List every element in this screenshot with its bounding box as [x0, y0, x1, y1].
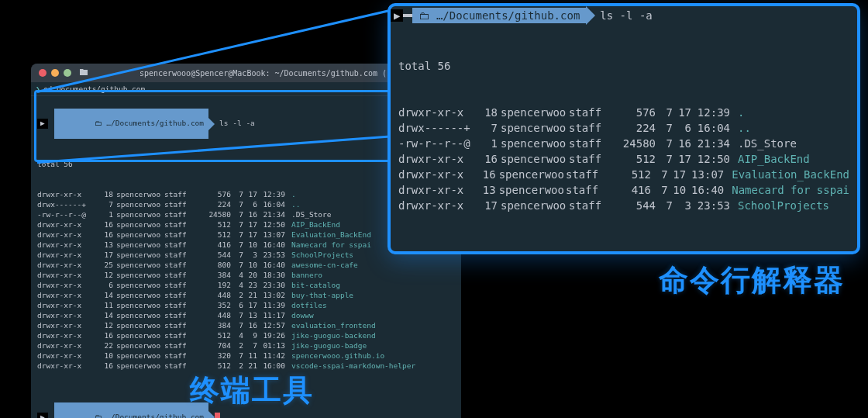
annotation-shell-interpreter: 命令行解释器: [659, 261, 845, 300]
close-icon[interactable]: [39, 69, 46, 77]
prompt-chevron-icon: ▶: [391, 9, 403, 22]
list-item: drwxr-xr-x14spencerwoostaff44871311:17do…: [37, 311, 455, 321]
list-item: drwxr-xr-x16spencerwoostaff5124919:26jik…: [37, 331, 455, 341]
folder-icon: 🗀: [95, 413, 107, 418]
prompt-chevron-icon: ▶: [37, 119, 48, 129]
list-item: -rw-r--r--@1spencerwoostaff2458071621:34…: [398, 136, 849, 151]
prompt-chevron-icon: ▶: [37, 413, 48, 418]
list-item: drwxr-xr-x12spencerwoostaff38442018:30ba…: [37, 271, 455, 281]
list-item: drwxr-xr-x16spencerwoostaff51271713:07Ev…: [398, 167, 849, 182]
ls-total: total 56: [398, 58, 849, 74]
powerline-arrow-icon: [208, 411, 215, 418]
list-item: drwxr-xr-x13spencerwoostaff41671016:40Na…: [398, 182, 849, 198]
zoom-icon[interactable]: [64, 69, 71, 77]
command-text: ls -l -a: [600, 9, 652, 22]
prompt-line: ▶ 🗀 …/Documents/github.com ls -l -a: [391, 6, 857, 25]
prompt-path: 🗀 …/Documents/github.com: [54, 109, 208, 138]
list-item: drwxr-xr-x16spencerwoostaff51222116:00vs…: [37, 361, 455, 371]
zoom-inset: ▶ 🗀 …/Documents/github.com ls -l -a tota…: [388, 3, 860, 254]
list-item: drwxr-xr-x16spencerwoostaff51271712:50AI…: [398, 151, 849, 167]
list-item: drwx------+7spencerwoostaff2247616:04..: [398, 120, 849, 136]
powerline-arrow-icon: [586, 6, 595, 25]
annotation-terminal-tool: 终端工具: [190, 371, 314, 410]
command-text: ls -l -a: [219, 119, 255, 129]
list-item: drwxr-xr-x12spencerwoostaff38471612:57ev…: [37, 321, 455, 331]
prompt-path: 🗀 …/Documents/github.com: [54, 402, 208, 418]
list-item: drwxr-xr-x22spencerwoostaff7042701:13jik…: [37, 341, 455, 351]
list-item: drwxr-xr-x25spencerwoostaff80071016:40aw…: [37, 261, 455, 271]
cursor[interactable]: [215, 413, 220, 418]
powerline-arrow-icon: [208, 118, 215, 130]
list-item: drwxr-xr-x17spencerwoostaff5447323:53Sch…: [398, 198, 849, 213]
folder-icon: [79, 67, 91, 78]
list-item: drwxr-xr-x6spencerwoostaff19242323:30bit…: [37, 281, 455, 291]
folder-icon: 🗀: [95, 119, 107, 127]
prompt-path: 🗀 …/Documents/github.com: [412, 8, 586, 23]
apple-logo-icon: [403, 14, 412, 17]
window-traffic-lights[interactable]: [39, 69, 71, 77]
list-item: drwxr-xr-x11spencerwoostaff35261711:39do…: [37, 301, 455, 311]
minimize-icon[interactable]: [51, 69, 59, 77]
list-item: drwxr-xr-x18spencerwoostaff57671712:39.: [398, 105, 849, 120]
list-item: drwxr-xr-x14spencerwoostaff44822113:02bu…: [37, 291, 455, 301]
folder-icon: 🗀: [418, 9, 436, 22]
list-item: drwxr-xr-x10spencerwoostaff32071111:42sp…: [37, 351, 455, 361]
ls-output: drwxr-xr-x18spencerwoostaff57671712:39.d…: [398, 105, 849, 213]
